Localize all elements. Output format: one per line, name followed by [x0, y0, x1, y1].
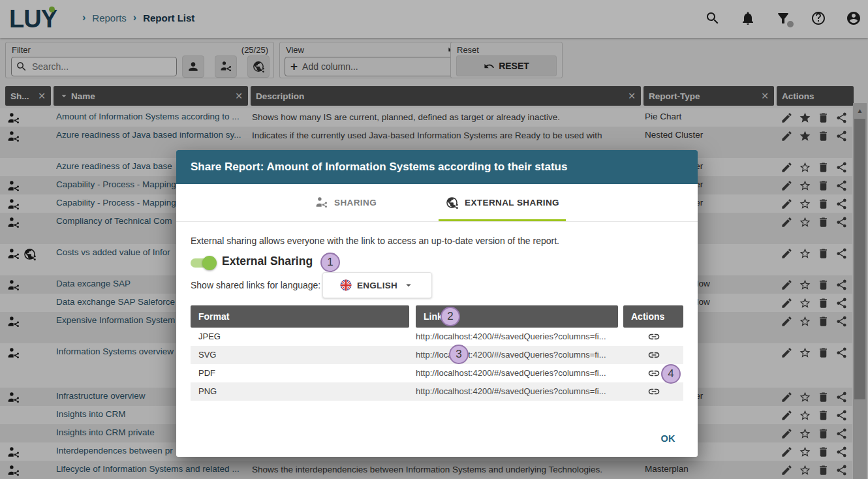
toggle-label: External Sharing [222, 255, 313, 268]
dialog-title: Share Report: Amount of Information Syst… [191, 161, 567, 174]
language-dropdown[interactable]: ENGLISH [322, 272, 432, 298]
person-share-icon [315, 196, 328, 209]
shared-link-row: PDF http://localhost:4200/#/savedQueries… [191, 364, 683, 382]
annotation-badge-4: 4 [661, 364, 681, 384]
uk-flag-icon [340, 279, 352, 291]
shared-link-row: SVG http://localhost:4200/#/savedQueries… [191, 346, 683, 364]
annotation-badge-1: 1 [320, 253, 340, 272]
share-report-dialog: Share Report: Amount of Information Syst… [176, 150, 698, 457]
link-url[interactable]: http://localhost:4200/#/savedQueries?col… [416, 350, 615, 360]
annotation-badge-3: 3 [449, 345, 469, 364]
ok-button[interactable]: OK [655, 429, 681, 448]
annotation-badge-2: 2 [441, 307, 460, 326]
links-table-header: Format Link Actions [191, 305, 683, 328]
tab-label: SHARING [334, 198, 377, 208]
dialog-header: Share Report: Amount of Information Syst… [176, 150, 698, 184]
external-sharing-toggle[interactable] [191, 256, 215, 270]
toggle-knob [202, 256, 217, 270]
link-icon[interactable] [647, 330, 660, 343]
link-format: PNG [198, 386, 217, 396]
link-icon[interactable] [647, 348, 660, 362]
shared-link-row: PNG http://localhost:4200/#/savedQueries… [191, 382, 683, 401]
link-format: JPEG [198, 332, 221, 341]
shared-links-table: Format Link Actions JPEG http://localhos… [191, 305, 683, 401]
link-url[interactable]: http://localhost:4200/#/savedQueries?col… [416, 386, 615, 396]
link-format: PDF [198, 368, 215, 378]
tab-external-sharing[interactable]: EXTERNAL SHARING [439, 184, 566, 221]
language-label: Show shared links for language: [191, 280, 320, 290]
globe-share-icon [445, 196, 459, 209]
external-sharing-description: External sharing allows everyone with th… [191, 236, 559, 246]
links-column-format: Format [191, 305, 409, 328]
link-icon[interactable] [647, 385, 660, 398]
chevron-down-icon [403, 279, 414, 291]
language-value: ENGLISH [357, 281, 397, 290]
link-icon[interactable] [647, 367, 660, 380]
dialog-tabs: SHARING EXTERNAL SHARING [176, 184, 698, 222]
link-url[interactable]: http://localhost:4200/#/savedQueries?col… [416, 368, 615, 378]
link-url[interactable]: http://localhost:4200/#/savedQueries?col… [416, 332, 615, 341]
links-column-actions: Actions [623, 305, 683, 328]
shared-link-row: JPEG http://localhost:4200/#/savedQuerie… [191, 328, 683, 346]
tab-sharing[interactable]: SHARING [308, 184, 383, 221]
tab-label: EXTERNAL SHARING [465, 198, 559, 208]
app-root: LUY › Reports › Report List Filter (25/2… [0, 0, 868, 479]
link-format: SVG [198, 350, 216, 360]
links-table-body: JPEG http://localhost:4200/#/savedQuerie… [191, 328, 683, 401]
